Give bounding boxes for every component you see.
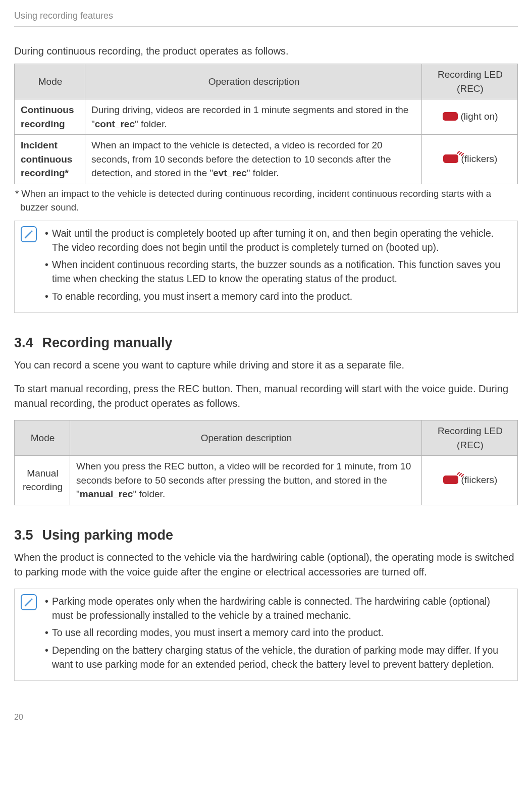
svg-line-7	[459, 473, 461, 476]
note-bullet: To use all recording modes, you must ins…	[45, 625, 510, 640]
continuous-recording-section: During continuous recording, the product…	[14, 44, 518, 313]
page-number: 20	[14, 711, 518, 723]
svg-point-11	[31, 598, 33, 600]
note-bullet: Parking mode operates only when the hard…	[45, 594, 510, 623]
note-box: Wait until the product is completely boo…	[14, 221, 518, 313]
led-label: (flickers)	[461, 473, 498, 487]
cell-mode: Continuous recording	[15, 99, 85, 135]
th-mode: Mode	[15, 420, 70, 456]
th-desc: Operation description	[70, 420, 422, 456]
footnote: * When an impact to the vehicle is detec…	[19, 187, 518, 215]
note-box: Parking mode operates only when the hard…	[14, 589, 518, 681]
table-row: Continuous recording During driving, vid…	[15, 99, 518, 135]
table-row: Incident continuous recording* When an i…	[15, 135, 518, 184]
cell-led: (light on)	[422, 99, 518, 135]
parking-mode-section: 3.5Using parking mode When the product i…	[14, 525, 518, 681]
continuous-intro: During continuous recording, the product…	[14, 44, 518, 59]
manual-p1: You can record a scene you want to captu…	[14, 358, 518, 373]
note-icon	[21, 226, 37, 242]
cell-led: (flickers)	[422, 135, 518, 184]
continuous-table: Mode Operation description Recording LED…	[14, 64, 518, 184]
svg-line-4	[25, 232, 31, 238]
manual-table: Mode Operation description Recording LED…	[14, 420, 518, 505]
page-header: Using recording features	[14, 9, 518, 27]
section-heading-3-4: 3.4Recording manually	[14, 333, 518, 353]
rec-led-icon	[443, 112, 458, 121]
svg-line-0	[457, 151, 459, 153]
svg-line-10	[25, 600, 31, 606]
svg-line-1	[459, 152, 461, 154]
svg-line-6	[457, 472, 459, 474]
section-heading-3-5: 3.5Using parking mode	[14, 525, 518, 545]
parking-p1: When the product is connected to the veh…	[14, 550, 518, 579]
note-bullet: Wait until the product is completely boo…	[45, 226, 510, 255]
manual-recording-section: 3.4Recording manually You can record a s…	[14, 333, 518, 505]
th-led: Recording LED (REC)	[422, 420, 518, 456]
cell-desc: When an impact to the vehicle is detecte…	[85, 135, 422, 184]
note-bullet: To enable recording, you must insert a m…	[45, 289, 510, 303]
note-icon	[21, 594, 37, 610]
led-label: (light on)	[461, 110, 498, 124]
cell-led: (flickers)	[422, 456, 518, 505]
cell-desc: When you press the REC button, a video w…	[70, 456, 422, 505]
cell-desc: During driving, videos are recorded in 1…	[85, 99, 422, 135]
led-label: (flickers)	[461, 152, 498, 166]
table-row: Manual recording When you press the REC …	[15, 456, 518, 505]
th-mode: Mode	[15, 64, 85, 99]
th-desc: Operation description	[85, 64, 422, 99]
svg-line-2	[461, 153, 463, 155]
cell-mode: Manual recording	[15, 456, 70, 505]
manual-p2: To start manual recording, press the REC…	[14, 382, 518, 411]
svg-line-8	[461, 474, 463, 477]
svg-point-5	[31, 230, 33, 232]
note-bullet: When incident continuous recording start…	[45, 257, 510, 286]
note-bullet: Depending on the battery charging status…	[45, 643, 510, 672]
th-led: Recording LED (REC)	[422, 64, 518, 99]
cell-mode: Incident continuous recording*	[15, 135, 85, 184]
